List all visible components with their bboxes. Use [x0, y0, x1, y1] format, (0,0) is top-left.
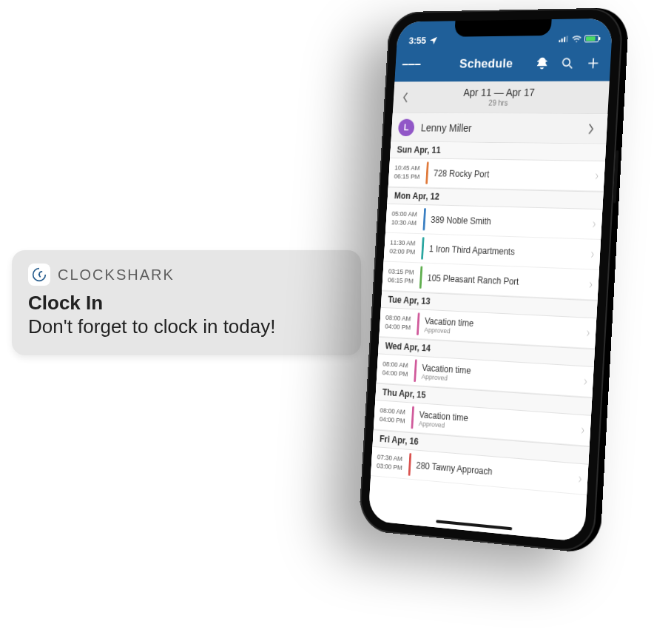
location-icon: [428, 36, 438, 46]
chevron-right-icon: [580, 318, 596, 348]
shift-end: 06:15 PM: [394, 172, 423, 181]
employee-selector[interactable]: L Lenny Miller: [391, 113, 607, 144]
shift-times: 10:45 AM06:15 PM: [388, 158, 427, 187]
add-button[interactable]: [582, 53, 604, 73]
app-navbar: Schedule: [394, 45, 611, 81]
clockshark-app-icon: [28, 264, 50, 286]
shift-end: 04:00 PM: [385, 322, 414, 332]
phone-mockup: 3:55 Schedule: [363, 7, 644, 637]
date-range-text: Apr 11 — Apr 17: [414, 87, 587, 99]
svg-rect-4: [566, 36, 567, 41]
prev-week-button[interactable]: [397, 89, 414, 106]
chevron-right-icon: [589, 161, 605, 191]
status-time: 3:55: [408, 35, 426, 46]
svg-point-0: [38, 274, 41, 276]
shift-times: 08:00 AM04:00 PM: [380, 308, 419, 338]
shift-title: 280 Tawny Approach: [416, 460, 567, 483]
shift-end: 10:30 AM: [391, 218, 421, 228]
shift-title: 728 Rocky Port: [434, 168, 584, 181]
search-button[interactable]: [557, 53, 578, 74]
svg-rect-2: [562, 38, 563, 42]
chevron-right-icon: [582, 120, 601, 138]
shift-end: 03:00 PM: [377, 462, 406, 473]
shift-times: 08:00 AM04:00 PM: [377, 354, 416, 385]
shift-row[interactable]: 10:45 AM06:15 PM728 Rocky Port: [388, 158, 605, 192]
shift-end: 04:00 PM: [380, 415, 409, 426]
date-range-label[interactable]: Apr 11 — Apr 17 29 hrs: [413, 87, 587, 107]
shift-title: 389 Noble Smith: [431, 215, 581, 229]
notification-header: CLOCKSHARK: [28, 264, 345, 286]
notifications-button[interactable]: [532, 53, 553, 74]
shift-end: 04:00 PM: [382, 369, 411, 379]
chevron-right-icon: [573, 463, 589, 494]
wifi-icon: [571, 33, 581, 44]
shift-times: 07:30 AM03:00 PM: [371, 447, 410, 479]
shift-times: 03:15 PM06:15 PM: [382, 262, 420, 292]
svg-rect-1: [559, 40, 560, 42]
shift-end: 02:00 PM: [389, 247, 419, 257]
signal-icon: [559, 34, 569, 44]
menu-button[interactable]: [402, 55, 422, 75]
chevron-right-icon: [578, 366, 594, 397]
svg-rect-3: [564, 37, 565, 42]
shift-end: 06:15 PM: [388, 276, 417, 286]
employee-avatar: L: [398, 118, 415, 135]
notification-title: Clock In: [28, 292, 345, 315]
employee-name: Lenny Miller: [420, 121, 576, 134]
shift-body: 389 Noble Smith: [425, 205, 588, 238]
phone-screen: 3:55 Schedule: [368, 19, 613, 543]
chevron-right-icon: [583, 269, 599, 300]
total-hours-text: 29 hrs: [413, 98, 587, 107]
shift-title: 1 Iron Third Apartments: [429, 244, 580, 259]
phone-frame: 3:55 Schedule: [358, 7, 624, 554]
shift-start: 10:45 AM: [394, 164, 424, 172]
notification-app-name: CLOCKSHARK: [58, 266, 175, 284]
notification-body: Don't forget to clock in today!: [28, 315, 345, 339]
shift-times: 11:30 AM02:00 PM: [384, 233, 422, 263]
shift-body: 728 Rocky Port: [428, 159, 591, 191]
phone-notch: [454, 19, 551, 37]
chevron-right-icon: [575, 415, 591, 446]
shift-times: 05:00 AM10:30 AM: [385, 204, 424, 233]
schedule-list[interactable]: Sun Apr, 1110:45 AM06:15 PM728 Rocky Por…: [368, 142, 606, 543]
date-range-bar: Apr 11 — Apr 17 29 hrs: [393, 81, 610, 115]
push-notification[interactable]: CLOCKSHARK Clock In Don't forget to cloc…: [12, 250, 361, 355]
shift-title: 105 Pleasant Ranch Port: [427, 272, 579, 289]
navbar-title: Schedule: [445, 56, 527, 71]
chevron-right-icon: [584, 239, 601, 269]
shift-times: 08:00 AM04:00 PM: [374, 400, 413, 432]
svg-point-5: [563, 58, 570, 66]
chevron-right-icon: [587, 209, 603, 239]
battery-icon: [584, 35, 599, 42]
